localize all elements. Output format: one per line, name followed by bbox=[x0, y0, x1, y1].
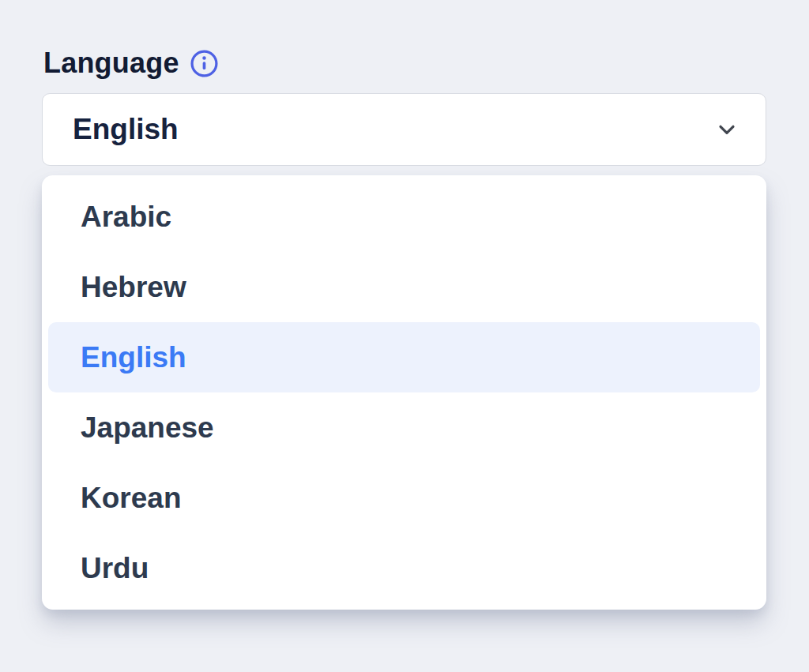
language-select-value: English bbox=[73, 113, 179, 146]
option-arabic[interactable]: Arabic bbox=[48, 182, 760, 252]
option-urdu[interactable]: Urdu bbox=[48, 533, 760, 603]
language-field-label-row: Language bbox=[43, 44, 219, 82]
language-select[interactable]: English bbox=[42, 93, 766, 166]
option-english[interactable]: English bbox=[48, 322, 760, 392]
language-options-dropdown: ArabicHebrewEnglishJapaneseKoreanUrdu bbox=[42, 175, 766, 610]
option-korean[interactable]: Korean bbox=[48, 463, 760, 533]
language-options-list: ArabicHebrewEnglishJapaneseKoreanUrdu bbox=[48, 182, 760, 603]
chevron-down-icon bbox=[714, 117, 739, 142]
option-japanese[interactable]: Japanese bbox=[48, 392, 760, 463]
language-settings-page: Language English ArabicHebrewEnglishJapa… bbox=[0, 0, 809, 672]
info-icon[interactable] bbox=[190, 49, 219, 78]
option-hebrew[interactable]: Hebrew bbox=[48, 252, 760, 322]
language-field-label: Language bbox=[43, 47, 179, 80]
